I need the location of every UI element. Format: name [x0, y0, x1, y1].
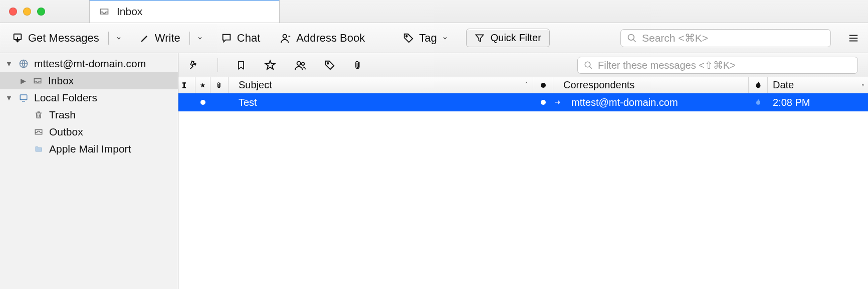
read-status-icon: [541, 83, 546, 88]
folder-outbox[interactable]: Outbox: [0, 123, 178, 140]
outbox-icon: [33, 127, 44, 136]
column-junk[interactable]: [749, 77, 768, 93]
cell-correspondent: mttest@mt-domain.com: [553, 97, 749, 108]
pin-icon[interactable]: [188, 60, 199, 71]
flame-icon: [754, 80, 763, 90]
cell-date: 2:08 PM: [768, 97, 858, 108]
local-folders-row[interactable]: ▼ Local Folders: [0, 89, 178, 106]
separator: [189, 32, 190, 45]
svg-rect-5: [20, 95, 27, 100]
pencil-icon: [140, 33, 150, 43]
local-folders-label: Local Folders: [34, 92, 97, 104]
svg-point-3: [628, 34, 634, 40]
app-menu-button[interactable]: [848, 33, 859, 44]
column-header-row: Subject ˆ Correspondents Date: [178, 77, 868, 93]
folder-trash[interactable]: Trash: [0, 106, 178, 123]
tag-filter-icon[interactable]: [324, 60, 335, 71]
column-read[interactable]: [533, 77, 553, 93]
column-correspondents[interactable]: Correspondents: [553, 77, 749, 93]
cell-junk[interactable]: [749, 98, 768, 107]
column-picker-icon: [862, 82, 864, 89]
tag-button[interactable]: Tag: [398, 30, 453, 47]
inbox-icon: [32, 76, 43, 85]
column-picker[interactable]: [858, 77, 868, 93]
folder-sidebar: ▼ mttest@mt-domain.com ▶ Inbox ▼ Local F…: [0, 53, 178, 289]
svg-point-2: [406, 35, 407, 37]
contacts-icon[interactable]: [294, 60, 306, 71]
star-icon[interactable]: [264, 59, 276, 71]
filter-placeholder: Filter these messages <⇧⌘K>: [598, 59, 736, 71]
globe-lock-icon: [18, 59, 29, 69]
main-toolbar: Get Messages Write Chat Address Book Tag: [0, 23, 868, 53]
window-controls: [0, 8, 45, 23]
trash-label: Trash: [49, 109, 76, 121]
chat-label: Chat: [237, 32, 260, 45]
attachment-icon[interactable]: [353, 59, 363, 71]
message-subject: Test: [239, 97, 257, 108]
message-pane: Filter these messages <⇧⌘K> Subject ˆ Co: [178, 53, 868, 289]
address-book-button[interactable]: Address Book: [275, 30, 370, 47]
folder-icon: [33, 145, 44, 153]
get-messages-dropdown[interactable]: [113, 35, 125, 41]
trash-icon: [33, 110, 44, 120]
disclosure-closed-icon: ▶: [19, 77, 27, 85]
column-subject[interactable]: Subject ˆ: [229, 77, 533, 93]
filter-messages-input[interactable]: Filter these messages <⇧⌘K>: [577, 57, 858, 74]
date-header-label: Date: [773, 79, 794, 91]
unread-dot-icon: [200, 100, 205, 105]
write-dropdown[interactable]: [194, 35, 206, 41]
account-row[interactable]: ▼ mttest@mt-domain.com: [0, 55, 178, 72]
svg-point-1: [283, 34, 287, 38]
tab-inbox[interactable]: Inbox: [89, 0, 280, 23]
funnel-icon: [475, 33, 485, 43]
write-button[interactable]: Write: [135, 30, 185, 47]
cell-read[interactable]: [533, 100, 553, 105]
svg-rect-10: [862, 84, 864, 86]
chevron-down-icon: [442, 35, 448, 41]
inbox-icon: [99, 7, 110, 17]
svg-point-6: [297, 61, 301, 65]
search-icon: [627, 33, 637, 43]
tab-title: Inbox: [117, 6, 142, 18]
global-search-input[interactable]: Search <⌘K>: [620, 29, 831, 47]
computer-icon: [18, 93, 29, 102]
account-label: mttest@mt-domain.com: [34, 58, 146, 70]
tag-icon: [403, 33, 414, 44]
chat-button[interactable]: Chat: [216, 30, 265, 47]
disclosure-open-icon: ▼: [5, 94, 13, 102]
disclosure-open-icon: ▼: [5, 60, 13, 68]
column-thread[interactable]: [178, 77, 195, 93]
cell-subject: Test: [229, 97, 533, 108]
minimize-window-button[interactable]: [23, 8, 31, 16]
column-starred[interactable]: [195, 77, 210, 93]
attachment-column-icon: [216, 80, 223, 90]
quick-filter-bar: Filter these messages <⇧⌘K>: [178, 53, 868, 77]
write-label: Write: [155, 32, 180, 45]
unread-dot-icon: [541, 100, 546, 105]
message-row[interactable]: Test mttest@mt-domain.com 2:08 PM: [178, 93, 868, 111]
flame-icon: [754, 98, 762, 107]
zoom-window-button[interactable]: [37, 8, 45, 16]
column-attachment[interactable]: [210, 77, 229, 93]
folder-inbox[interactable]: ▶ Inbox: [0, 72, 178, 89]
address-book-label: Address Book: [296, 32, 365, 45]
cell-star[interactable]: [195, 100, 210, 105]
sort-ascending-icon: ˆ: [525, 81, 528, 89]
get-messages-label: Get Messages: [28, 32, 99, 45]
message-list: Test mttest@mt-domain.com 2:08 PM: [178, 93, 868, 289]
get-messages-button[interactable]: Get Messages: [7, 30, 104, 47]
outbox-label: Outbox: [49, 126, 83, 138]
close-window-button[interactable]: [9, 8, 17, 16]
column-date[interactable]: Date: [768, 77, 858, 93]
correspondents-header-label: Correspondents: [563, 79, 634, 91]
thread-icon: [182, 81, 191, 90]
svg-point-7: [302, 62, 305, 65]
quick-filter-label: Quick Filter: [491, 32, 541, 44]
star-column-icon: [199, 81, 206, 89]
chat-icon: [221, 33, 232, 44]
quick-filter-button[interactable]: Quick Filter: [466, 29, 550, 47]
message-date: 2:08 PM: [773, 97, 810, 108]
titlebar: Inbox: [0, 0, 868, 23]
folder-apple-mail-import[interactable]: Apple Mail Import: [0, 140, 178, 158]
bookmark-icon[interactable]: [236, 60, 246, 71]
